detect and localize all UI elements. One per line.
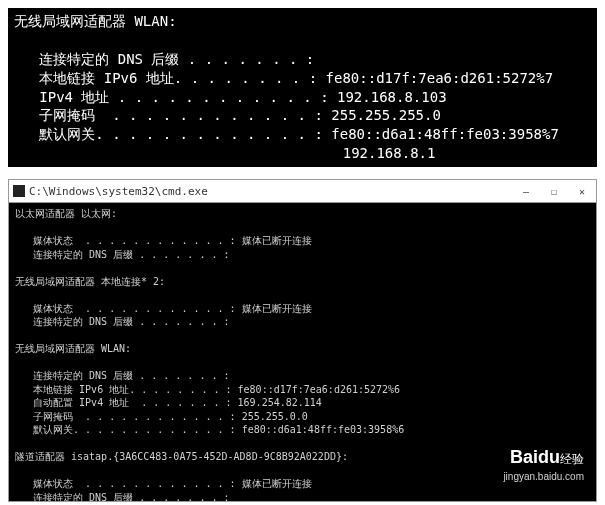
maximize-button[interactable]: ☐ [540, 180, 568, 202]
cmd-icon [13, 185, 25, 197]
top-lines: 连接特定的 DNS 后缀 . . . . . . . : 本地链接 IPv6 地… [14, 50, 591, 163]
terminal-body[interactable]: 以太网适配器 以太网: 媒体状态 . . . . . . . . . . . .… [9, 203, 596, 501]
watermark: Baidu经验 jingyan.baidu.com [503, 445, 584, 483]
cmd-window: C:\Windows\system32\cmd.exe — ☐ ✕ 以太网适配器… [8, 179, 597, 502]
close-button[interactable]: ✕ [568, 180, 596, 202]
terminal-top: 无线局域网适配器 WLAN: 连接特定的 DNS 后缀 . . . . . . … [8, 8, 597, 167]
titlebar[interactable]: C:\Windows\system32\cmd.exe — ☐ ✕ [9, 180, 596, 203]
minimize-button[interactable]: — [512, 180, 540, 202]
window-title: C:\Windows\system32\cmd.exe [29, 185, 512, 198]
adapter-header: 无线局域网适配器 WLAN: [14, 12, 591, 31]
